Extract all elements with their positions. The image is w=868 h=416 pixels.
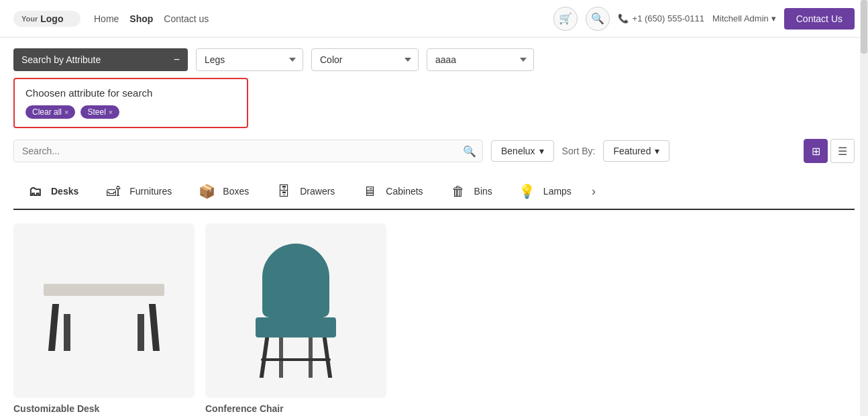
more-categories-icon: › <box>592 185 596 198</box>
chip-clear-all-label: Clear all <box>32 107 62 117</box>
category-desks[interactable]: Desks <box>13 174 89 210</box>
drawer-category-icon <box>273 180 294 202</box>
attr-minus-icon[interactable]: − <box>174 54 180 66</box>
attr-dropdown-value[interactable]: aaaa bbbb cccc <box>427 48 534 71</box>
product-desk-card[interactable] <box>13 223 195 398</box>
cabinet-category-icon <box>359 180 380 202</box>
desk-leg-inner-left <box>64 314 70 351</box>
scrollbar-track[interactable] <box>860 0 868 416</box>
search-input[interactable] <box>13 140 483 162</box>
chair-leg3 <box>279 337 283 378</box>
user-menu[interactable]: Mitchell Admin ▾ <box>712 13 776 23</box>
nav-home[interactable]: Home <box>94 13 119 24</box>
category-boxes[interactable]: Boxes <box>185 174 260 210</box>
phone-icon: 📞 <box>618 13 629 23</box>
category-furnitures[interactable]: Furnitures <box>92 174 182 210</box>
benelux-chevron-icon: ▾ <box>539 146 544 156</box>
category-row: Desks Furnitures Boxes Drawers Cabinets … <box>13 174 855 210</box>
chip-steel-x[interactable]: × <box>109 108 113 116</box>
furniture-category-icon <box>103 180 124 202</box>
list-view-btn[interactable]: ☰ <box>830 139 855 163</box>
box-category-icon <box>196 180 217 202</box>
attr-search-box: Search by Attribute − <box>13 48 188 71</box>
phone-info: 📞 +1 (650) 555-0111 <box>618 13 704 23</box>
nav-contact[interactable]: Contact us <box>164 13 209 24</box>
desk-leg-inner-right <box>138 314 144 351</box>
chair-back <box>262 244 329 317</box>
logo-logo: Logo <box>40 13 63 24</box>
category-bins[interactable]: Bins <box>437 174 503 210</box>
sort-featured-btn[interactable]: Featured ▾ <box>603 140 669 162</box>
category-lamps[interactable]: Lamps <box>506 174 582 210</box>
bin-category-icon <box>447 180 469 202</box>
desk-top-surface <box>44 284 164 296</box>
category-cabinets-label: Cabinets <box>386 186 423 197</box>
product-desk-wrap: Customizable Desk <box>13 223 195 414</box>
chair-leg1 <box>260 337 269 378</box>
product-grid: Customizable Desk Conference Chair <box>13 223 855 414</box>
chosen-attribute-box: Choosen attribute for search Clear all ×… <box>13 78 248 128</box>
sort-value: Featured <box>613 146 651 156</box>
search-filter-row: 🔍 Benelux ▾ Sort By: Featured ▾ ⊞ ☰ <box>13 139 855 163</box>
navbar-right: 🛒 🔍 📞 +1 (650) 555-0111 Mitchell Admin ▾… <box>553 7 855 31</box>
sort-label: Sort By: <box>562 146 596 156</box>
attr-dropdown-color[interactable]: Color Red Blue Green <box>311 48 419 71</box>
scrollbar-thumb[interactable] <box>861 0 867 54</box>
desk-category-icon <box>24 180 46 202</box>
category-cabinets[interactable]: Cabinets <box>348 174 433 210</box>
user-chevron-icon: ▾ <box>771 13 776 23</box>
chair-leg4 <box>309 337 313 378</box>
category-lamps-label: Lamps <box>543 186 572 197</box>
benelux-label: Benelux <box>501 146 535 156</box>
desk-product-image <box>37 270 171 351</box>
category-boxes-label: Boxes <box>223 186 249 197</box>
search-icon-btn[interactable]: 🔍 <box>586 7 610 31</box>
desk-leg-right <box>149 304 160 351</box>
phone-number: +1 (650) 555-0111 <box>633 13 704 23</box>
chair-product-image <box>242 244 349 378</box>
category-furnitures-label: Furnitures <box>129 186 172 197</box>
lamp-category-icon <box>517 180 538 202</box>
nav-links: Home Shop Contact us <box>94 13 209 24</box>
chair-leg2 <box>323 337 332 378</box>
attribute-search-row: Search by Attribute − Legs Material Colo… <box>13 48 855 71</box>
navbar: Your Logo Home Shop Contact us 🛒 🔍 📞 +1 … <box>0 0 868 38</box>
logo-your: Your <box>21 15 38 23</box>
list-view-icon: ☰ <box>838 145 847 158</box>
attr-search-title: Search by Attribute <box>21 54 101 65</box>
category-more[interactable]: › <box>585 178 602 205</box>
category-drawers[interactable]: Drawers <box>262 174 345 210</box>
category-bins-label: Bins <box>474 186 492 197</box>
search-input-wrap: 🔍 <box>13 140 483 162</box>
grid-view-btn[interactable]: ⊞ <box>804 139 828 163</box>
chip-steel[interactable]: Steel × <box>80 105 119 119</box>
desk-leg-left <box>48 304 59 351</box>
logo[interactable]: Your Logo <box>13 11 80 27</box>
chip-clear-all-x[interactable]: × <box>64 108 68 116</box>
product-chair-name: Conference Chair <box>205 403 386 414</box>
product-desk-name: Customizable Desk <box>13 403 195 414</box>
chip-clear-all[interactable]: Clear all × <box>25 105 75 119</box>
view-toggle: ⊞ ☰ <box>804 139 855 163</box>
contact-us-button[interactable]: Contact Us <box>784 8 855 30</box>
chair-crossbar <box>261 358 331 361</box>
user-name: Mitchell Admin <box>712 13 769 23</box>
grid-view-icon: ⊞ <box>812 145 820 158</box>
chosen-attr-title: Choosen attribute for search <box>25 87 236 99</box>
benelux-filter-btn[interactable]: Benelux ▾ <box>491 140 554 162</box>
chips-container: Clear all × Steel × <box>25 105 236 119</box>
search-magnifier-icon: 🔍 <box>463 145 476 158</box>
sort-chevron-icon: ▾ <box>655 146 659 156</box>
main-content: Search by Attribute − Legs Material Colo… <box>0 38 868 416</box>
nav-shop[interactable]: Shop <box>129 13 153 24</box>
attr-dropdown-legs[interactable]: Legs Material Color Size <box>196 48 303 71</box>
category-desks-label: Desks <box>51 186 78 197</box>
chair-seat <box>256 317 336 337</box>
chip-steel-label: Steel <box>87 107 105 117</box>
category-drawers-label: Drawers <box>300 186 335 197</box>
product-chair-card[interactable] <box>205 223 386 398</box>
cart-icon-btn[interactable]: 🛒 <box>553 7 578 31</box>
product-chair-wrap: Conference Chair <box>205 223 386 414</box>
